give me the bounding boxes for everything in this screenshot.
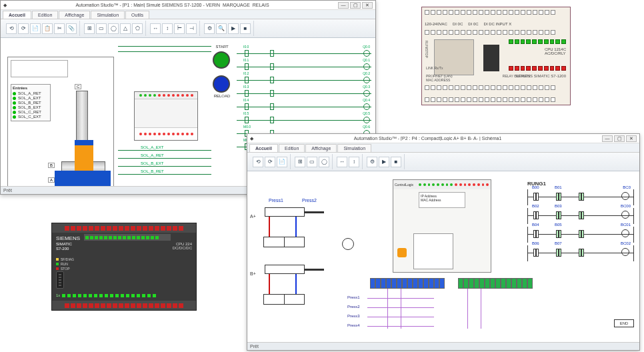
terminal[interactable] xyxy=(469,278,474,289)
terminal[interactable] xyxy=(501,278,506,289)
maximize-button[interactable]: ▢ xyxy=(614,135,625,142)
terminal[interactable] xyxy=(517,278,522,289)
ladder-rung[interactable]: B02B03BC00 xyxy=(527,208,634,224)
ladder-rung[interactable]: B00B01BC0 xyxy=(527,189,634,205)
terminal[interactable] xyxy=(479,278,485,289)
terminal[interactable] xyxy=(413,278,418,289)
ribbon-button[interactable]: ■ xyxy=(391,157,401,167)
ribbon-button[interactable]: ◯ xyxy=(319,157,329,167)
terminal[interactable] xyxy=(370,278,375,289)
ribbon-button[interactable]: 🔍 xyxy=(216,23,227,34)
minimize-button[interactable]: — xyxy=(602,135,613,142)
cylinder-a-symbol[interactable] xyxy=(265,207,305,217)
terminal[interactable] xyxy=(474,278,479,289)
maximize-button[interactable]: ▢ xyxy=(350,2,361,9)
ribbon-button[interactable]: ⬠ xyxy=(132,23,143,34)
close-button[interactable]: ✕ xyxy=(362,2,373,9)
ribbon-button[interactable]: 📄 xyxy=(277,157,287,167)
ribbon-button[interactable]: ↕ xyxy=(349,157,359,167)
terminal[interactable] xyxy=(429,278,434,289)
ribbon-tab[interactable]: Accueil xyxy=(3,11,31,19)
plc-module[interactable]: ControlLogix IP Address MAC Address xyxy=(393,179,491,273)
ribbon-tab[interactable]: Simulation xyxy=(91,11,125,19)
ladder-rung[interactable]: I0.0Q0.0 xyxy=(237,49,371,58)
terminal[interactable] xyxy=(391,278,397,289)
terminal[interactable] xyxy=(458,278,463,289)
ribbon-button[interactable]: ⚙ xyxy=(367,157,377,167)
terminal[interactable] xyxy=(506,278,511,289)
titlebar-2[interactable]: ◆ Automation Studio™ - [P2 : P4 : Compac… xyxy=(247,134,639,143)
ribbon-button[interactable]: ⊣ xyxy=(186,23,197,34)
ribbon-button[interactable]: ⊞ xyxy=(84,23,95,34)
ladder-rung[interactable]: I0.5Q0.5 xyxy=(237,115,371,125)
valve-a-symbol[interactable] xyxy=(263,237,305,247)
terminal[interactable] xyxy=(386,278,391,289)
ribbon-button[interactable]: 📎 xyxy=(66,23,77,34)
ladder-rung[interactable]: B06B07BC02 xyxy=(527,245,634,261)
terminal[interactable] xyxy=(485,278,490,289)
plc-component[interactable] xyxy=(134,91,198,141)
ribbon-tab[interactable]: Accueil xyxy=(249,144,278,152)
contact-icon xyxy=(556,249,561,257)
ribbon-button[interactable]: 📋 xyxy=(42,23,53,34)
ribbon-button[interactable]: ▭ xyxy=(307,157,317,167)
close-button[interactable]: ✕ xyxy=(626,135,637,142)
terminal[interactable] xyxy=(375,278,381,289)
ribbon-tab[interactable]: Edition xyxy=(32,11,58,19)
wire xyxy=(118,150,211,151)
terminal[interactable] xyxy=(495,278,501,289)
ribbon-button[interactable]: ⟳ xyxy=(18,23,29,34)
ribbon-button[interactable]: ▶ xyxy=(379,157,389,167)
terminal-strip-blue[interactable] xyxy=(370,278,445,289)
ribbon-button[interactable]: ⟲ xyxy=(253,157,263,167)
ribbon-tab[interactable]: Edition xyxy=(279,144,305,152)
ribbon-button[interactable]: ⚙ xyxy=(204,23,215,34)
valve-b-symbol[interactable] xyxy=(263,294,305,305)
ribbon-tab[interactable]: Affichage xyxy=(59,11,90,19)
terminal-strip-green[interactable] xyxy=(458,278,533,289)
terminal[interactable] xyxy=(439,278,445,289)
cylinder-b-symbol[interactable] xyxy=(265,265,305,274)
terminal[interactable] xyxy=(423,278,429,289)
canvas-2[interactable]: Press1 Press2 A+ B+ ControlLogix IP Addr… xyxy=(247,171,639,342)
ladder-rung[interactable]: I0.4Q0.4 xyxy=(237,102,371,111)
ribbon-button[interactable]: ■ xyxy=(240,23,251,34)
ribbon-button[interactable]: ▶ xyxy=(228,23,239,34)
reload-button[interactable] xyxy=(213,75,230,93)
ribbon-button[interactable]: ▭ xyxy=(96,23,107,34)
terminal[interactable] xyxy=(402,278,407,289)
legend-text: SOL_A_RET xyxy=(18,91,41,95)
terminal[interactable] xyxy=(381,278,386,289)
terminal[interactable] xyxy=(397,278,402,289)
terminal[interactable] xyxy=(511,278,517,289)
terminal[interactable] xyxy=(522,278,527,289)
ribbon-button[interactable]: ⊞ xyxy=(295,157,305,167)
terminal[interactable] xyxy=(463,278,469,289)
ribbon-tab[interactable]: Affichage xyxy=(305,144,337,152)
ladder-rung[interactable]: I0.1Q0.1 xyxy=(237,62,371,71)
ribbon-tab[interactable]: Simulation xyxy=(337,144,371,152)
ribbon-button[interactable]: ⟳ xyxy=(265,157,275,167)
terminal[interactable] xyxy=(434,278,439,289)
ribbon-button[interactable]: 📄 xyxy=(30,23,41,34)
terminal[interactable] xyxy=(490,278,495,289)
ribbon-button[interactable]: ✂ xyxy=(54,23,65,34)
ribbon-button[interactable]: ⟲ xyxy=(6,23,17,34)
ribbon-button[interactable]: △ xyxy=(120,23,131,34)
selector-knob[interactable] xyxy=(397,248,407,257)
start-button[interactable] xyxy=(213,51,230,69)
ladder-rung[interactable]: I0.2Q0.2 xyxy=(237,75,371,85)
titlebar-1[interactable]: ◆ Automation Studio™ - [P1 : Main] Simul… xyxy=(1,1,375,10)
ribbon-button[interactable]: ↕ xyxy=(162,23,173,34)
led-icon xyxy=(158,133,161,135)
terminal[interactable] xyxy=(407,278,413,289)
ribbon-button[interactable]: ↔ xyxy=(337,157,347,167)
terminal[interactable] xyxy=(418,278,423,289)
ribbon-button[interactable]: ◯ xyxy=(108,23,119,34)
minimize-button[interactable]: — xyxy=(338,2,349,9)
ladder-rung[interactable]: B04B05BC01 xyxy=(527,227,634,243)
ladder-rung[interactable]: I0.3Q0.3 xyxy=(237,89,371,98)
ribbon-button[interactable]: ↔ xyxy=(150,23,161,34)
ribbon-tab[interactable]: Outils xyxy=(125,11,149,19)
ribbon-button[interactable]: ⊢ xyxy=(174,23,185,34)
